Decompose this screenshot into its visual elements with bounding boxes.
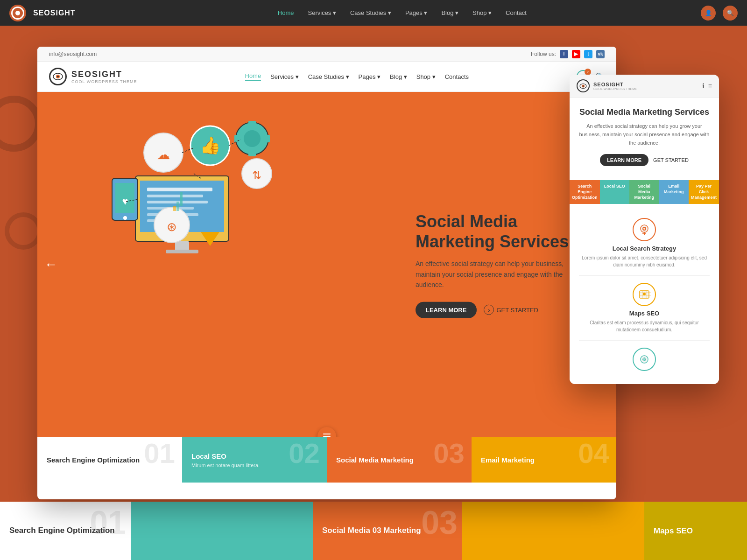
browser-nav-shop[interactable]: Shop ▾ (472, 9, 492, 16)
nav-contacts[interactable]: Contacts (445, 73, 469, 80)
outer-bottom-cards: Search Engine Optimization 01 Social Med… (0, 502, 747, 560)
main-browser-window: info@seosight.com Follow us: f ▶ t vk SE… (37, 47, 616, 499)
vk-icon[interactable]: vk (596, 50, 605, 58)
svg-point-47 (643, 293, 646, 295)
follow-label: Follow us: (531, 51, 556, 57)
mobile-hero-section: Social Media Marketing Services An effec… (570, 98, 719, 180)
site-navigation: Home Services ▾ Case Studies ▾ Pages ▾ B… (245, 72, 469, 81)
mobile-info-icon[interactable]: ℹ (702, 82, 705, 90)
outer-card-social: Social Media 03 Marketing 03 (313, 502, 462, 560)
browser-nav-case-studies[interactable]: Case Studies ▾ (350, 9, 391, 16)
mobile-menu-icon[interactable]: ≡ (708, 82, 712, 90)
twitter-icon[interactable]: t (584, 50, 592, 58)
logo-name: SEOSIGHT (71, 70, 137, 79)
gear-decoration-2 (5, 212, 42, 250)
mobile-tab-local-seo[interactable]: Local SEO (600, 180, 630, 204)
contact-email: info@seosight.com (49, 51, 97, 57)
service-local-seo-subtitle: Mirum est notare quam littera. (191, 462, 260, 468)
service-local-seo-title: Local SEO (191, 452, 260, 461)
browser-brand-label: SEOSIGHT (33, 9, 76, 17)
svg-rect-6 (147, 195, 203, 197)
mobile-service-extra (579, 341, 710, 377)
svg-rect-39 (173, 206, 176, 211)
logo-text-block: SEOSIGHT COOL WORDPRESS THEME (71, 70, 137, 84)
svg-rect-15 (248, 121, 256, 126)
mobile-tab-ppc[interactable]: Pay Per Click Management (689, 180, 719, 204)
outer-social-title: Social Media 03 Marketing (322, 525, 421, 536)
service-seo-number: 01 (144, 440, 175, 468)
browser-chrome-bar: SEOSIGHT Home Services ▾ Case Studies ▾ … (0, 0, 747, 26)
local-strategy-title: Local Search Strategy (613, 245, 677, 252)
mobile-tab-social[interactable]: Social Media Marketing (629, 180, 659, 204)
hero-section: ← (37, 92, 616, 437)
browser-nav-services[interactable]: Services ▾ (308, 9, 336, 16)
service-card-seo[interactable]: Search Engine Optimization 01 (37, 437, 182, 483)
service-email-title: Email Marketing (481, 456, 535, 464)
logo-icon (49, 68, 67, 85)
browser-nav-pages[interactable]: Pages ▾ (405, 9, 427, 16)
bottom-service-cards: Search Engine Optimization 01 Local SEO … (37, 437, 616, 483)
service-email-number: 04 (578, 440, 609, 468)
mobile-tab-email[interactable]: Email Marketing (659, 180, 689, 204)
svg-rect-38 (176, 202, 179, 211)
extra-service-icon (633, 348, 656, 371)
svg-rect-12 (166, 250, 198, 253)
hero-svg-graphic: 👍 ⇅ ☁ ↑ ♥ ⊛ (56, 101, 299, 269)
svg-text:⇅: ⇅ (252, 169, 261, 182)
nav-pages[interactable]: Pages ▾ (359, 73, 381, 80)
outer-spacer2 (462, 502, 644, 560)
youtube-icon[interactable]: ▶ (572, 50, 580, 58)
browser-nav-blog[interactable]: Blog ▾ (441, 9, 458, 16)
browser-logo (9, 5, 26, 21)
mobile-logo-tagline: COOL WORDPRESS THEME (593, 87, 637, 91)
svg-point-2 (57, 76, 59, 77)
learn-more-button[interactable]: LEARN MORE (416, 301, 477, 318)
browser-icon-user[interactable]: 👤 (701, 6, 716, 21)
local-strategy-desc: Lorem ipsum dolor sit amet, consectetuer… (579, 254, 710, 268)
hero-title: Social Media Marketing Services (416, 211, 579, 252)
mobile-learn-more-button[interactable]: LEARN MORE (600, 154, 648, 166)
menu-circle-button[interactable] (317, 427, 336, 437)
svg-point-29 (123, 216, 127, 220)
outer-spacer (131, 502, 313, 560)
maps-seo-icon (633, 283, 656, 306)
hero-prev-arrow[interactable]: ← (44, 257, 57, 272)
nav-blog[interactable]: Blog ▾ (390, 73, 407, 80)
local-strategy-icon (633, 218, 656, 241)
service-card-local-seo[interactable]: Local SEO Mirum est notare quam littera.… (182, 437, 327, 483)
mobile-services-list: Local Search Strategy Lorem ipsum dolor … (570, 204, 719, 384)
hero-text-content: Social Media Marketing Services An effec… (416, 211, 579, 318)
service-seo-title: Search Engine Optimization (47, 456, 140, 464)
mobile-service-local-strategy: Local Search Strategy Lorem ipsum dolor … (579, 211, 710, 276)
social-links-bar: Follow us: f ▶ t vk (531, 50, 605, 58)
service-card-email[interactable]: Email Marketing 04 (472, 437, 616, 483)
mobile-header-icons: ℹ ≡ (702, 82, 712, 90)
mobile-tab-seo[interactable]: Search Engine Optimization (570, 180, 600, 204)
browser-nav-home[interactable]: Home (278, 9, 294, 16)
outer-card-maps: Maps SEO (644, 502, 747, 560)
outer-maps-title: Maps SEO (654, 526, 693, 536)
browser-action-icons: 👤 🔍 (701, 6, 738, 21)
mobile-get-started-button[interactable]: GET STARTED (653, 154, 689, 166)
site-header: SEOSIGHT COOL WORDPRESS THEME Home Servi… (37, 62, 616, 92)
browser-nav-contact[interactable]: Contact (506, 9, 527, 16)
get-started-button[interactable]: GET STARTED (484, 305, 538, 315)
mobile-hero-description: An effective social strategy can help yo… (579, 122, 710, 147)
svg-rect-5 (147, 188, 212, 191)
mobile-service-tabs: Search Engine Optimization Local SEO Soc… (570, 180, 719, 204)
facebook-icon[interactable]: f (560, 50, 568, 58)
maps-seo-desc: Claritas est etiam processus dynamicus, … (579, 319, 710, 333)
browser-icon-search[interactable]: 🔍 (723, 6, 738, 21)
nav-shop[interactable]: Shop ▾ (416, 73, 436, 80)
nav-case-studies[interactable]: Case Studies ▾ (308, 73, 349, 80)
hero-description: An effective social strategy can help yo… (416, 259, 579, 290)
service-card-social[interactable]: Social Media Marketing 03 (327, 437, 472, 483)
svg-point-42 (583, 85, 584, 87)
gear-decoration-1 (0, 96, 42, 152)
svg-text:↑: ↑ (162, 150, 166, 159)
outer-card-seo: Search Engine Optimization 01 (0, 502, 131, 560)
hero-buttons: LEARN MORE GET STARTED (416, 301, 579, 318)
service-local-seo-number: 02 (289, 440, 320, 468)
nav-home[interactable]: Home (245, 72, 261, 81)
nav-services[interactable]: Services ▾ (270, 73, 298, 80)
